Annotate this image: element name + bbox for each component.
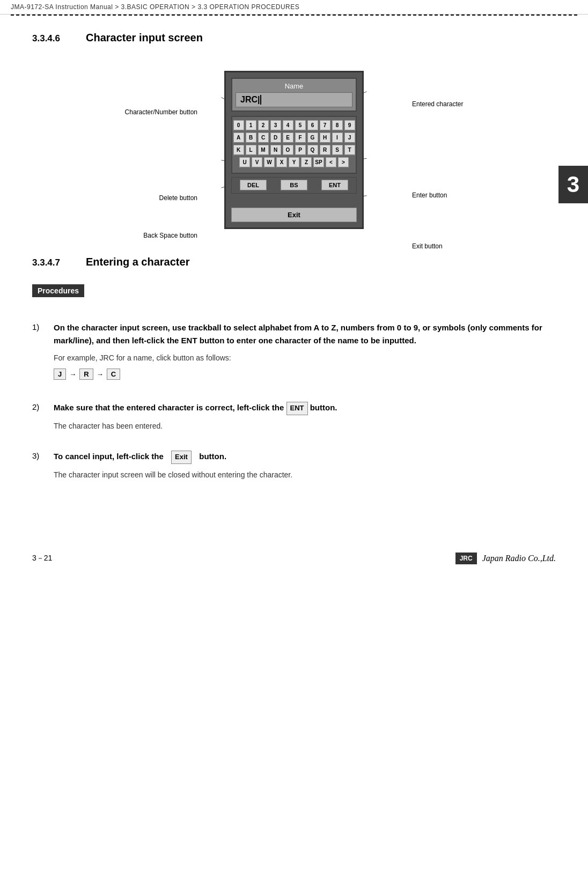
key-h[interactable]: H xyxy=(320,132,330,143)
key-8[interactable]: 8 xyxy=(332,120,343,131)
screen-name-label: Name xyxy=(236,82,352,90)
procedure-1-num: 1) xyxy=(32,321,54,332)
footer-logo: JRC Japan Radio Co.,Ltd. xyxy=(455,553,556,564)
key-v[interactable]: V xyxy=(252,157,262,168)
key-o[interactable]: O xyxy=(283,145,293,156)
key-b[interactable]: B xyxy=(246,132,256,143)
seq-key-j[interactable]: J xyxy=(54,369,66,380)
key-p[interactable]: P xyxy=(295,145,306,156)
cursor xyxy=(260,95,261,105)
key-lt[interactable]: < xyxy=(326,157,336,168)
procedure-3-num: 3) xyxy=(32,450,54,460)
annotation-exit-button: Exit button xyxy=(412,242,482,250)
annotation-char-number: Character/Number button xyxy=(112,108,197,116)
del-button[interactable]: DEL xyxy=(240,180,267,191)
procedure-3-exit-key[interactable]: Exit xyxy=(171,451,192,464)
annotation-entered-char: Entered character xyxy=(412,100,482,108)
action-row: DEL BS ENT xyxy=(231,177,357,194)
procedure-3-text-prefix: To cancel input, left-click the xyxy=(54,452,164,461)
procedure-3-main: To cancel input, left-click the Exit but… xyxy=(54,450,556,464)
diagram-wrapper: Character/Number button Delete button Ba… xyxy=(106,60,482,229)
page-number: 3－21 xyxy=(32,554,52,563)
key-a[interactable]: A xyxy=(233,132,244,143)
key-j[interactable]: J xyxy=(344,132,355,143)
chapter-badge: 3 xyxy=(558,166,588,203)
key-z[interactable]: Z xyxy=(301,157,312,168)
key-x[interactable]: X xyxy=(276,157,287,168)
procedure-1: 1) On the character input screen, use tr… xyxy=(32,321,556,388)
key-7[interactable]: 7 xyxy=(320,120,330,131)
key-4[interactable]: 4 xyxy=(283,120,293,131)
annotation-delete: Delete button xyxy=(112,194,197,202)
procedure-1-sub: For example, JRC for a name, click butto… xyxy=(54,354,556,362)
key-n[interactable]: N xyxy=(270,145,281,156)
key-f[interactable]: F xyxy=(295,132,306,143)
key-sequence: J → R → C xyxy=(54,369,556,380)
procedure-2: 2) Make sure that the entered character … xyxy=(32,401,556,437)
procedure-2-sub: The character has been entered. xyxy=(54,422,556,430)
spacer xyxy=(231,197,357,208)
procedure-2-main: Make sure that the entered character is … xyxy=(54,401,556,415)
screen-area: Name JRC| xyxy=(231,78,357,112)
key-m[interactable]: M xyxy=(258,145,269,156)
key-u[interactable]: U xyxy=(239,157,250,168)
footer: 3－21 JRC Japan Radio Co.,Ltd. xyxy=(0,542,588,575)
key-d[interactable]: D xyxy=(270,132,281,143)
annotation-backspace: Back Space button xyxy=(112,232,197,239)
seq-key-c[interactable]: C xyxy=(107,369,120,380)
key-sp[interactable]: SP xyxy=(313,157,324,168)
bs-button[interactable]: BS xyxy=(281,180,307,191)
key-9[interactable]: 9 xyxy=(344,120,355,131)
key-e[interactable]: E xyxy=(283,132,293,143)
key-t[interactable]: T xyxy=(344,145,355,156)
key-g[interactable]: G xyxy=(307,132,318,143)
section-347-heading: 3.3.4.7 Entering a character xyxy=(32,256,556,268)
procedure-2-body: Make sure that the entered character is … xyxy=(54,401,556,437)
section-346-heading: 3.3.4.6 Character input screen xyxy=(32,32,556,44)
key-gt[interactable]: > xyxy=(338,157,349,168)
procedure-2-num: 2) xyxy=(32,401,54,411)
ent-button[interactable]: ENT xyxy=(321,180,348,191)
procedure-1-main: On the character input screen, use track… xyxy=(54,321,556,347)
key-w[interactable]: W xyxy=(264,157,275,168)
key-i[interactable]: I xyxy=(332,132,343,143)
procedure-3-sub: The character input screen will be close… xyxy=(54,470,556,479)
procedure-3-text-suffix: button. xyxy=(199,452,226,461)
procedure-2-text-prefix: Make sure that the entered character is … xyxy=(54,403,284,412)
key-row-u-z: U V W X Y Z SP < > xyxy=(236,157,352,168)
key-q[interactable]: Q xyxy=(307,145,318,156)
key-row-a-j: A B C D E F G H I J xyxy=(236,132,352,143)
screen-input-row: JRC| xyxy=(236,92,352,107)
section-346-number: 3.3.4.6 xyxy=(32,33,75,44)
breadcrumb: JMA-9172-SA Instruction Manual > 3.BASIC… xyxy=(0,0,588,14)
jrc-badge: JRC xyxy=(455,553,477,564)
section-347-title: Entering a character xyxy=(86,256,189,268)
key-5[interactable]: 5 xyxy=(295,120,306,131)
seq-arrow-2: → xyxy=(97,370,104,378)
diagram-area: Character/Number button Delete button Ba… xyxy=(32,60,556,229)
key-y[interactable]: Y xyxy=(289,157,299,168)
procedures-badge: Procedures xyxy=(32,284,84,297)
key-grid: 0 1 2 3 4 5 6 7 8 9 A B xyxy=(231,116,357,174)
procedure-2-text-suffix: button. xyxy=(310,403,337,412)
key-0[interactable]: 0 xyxy=(233,120,244,131)
annotation-enter-button: Enter button xyxy=(412,192,482,199)
key-k[interactable]: K xyxy=(233,145,244,156)
key-row-k-t: K L M N O P Q R S T xyxy=(236,145,352,156)
company-name: Japan Radio Co.,Ltd. xyxy=(482,554,556,563)
keyboard-mockup: Name JRC| 0 1 2 3 4 5 xyxy=(224,71,364,229)
key-6[interactable]: 6 xyxy=(307,120,318,131)
key-1[interactable]: 1 xyxy=(246,120,256,131)
section-347-number: 3.3.4.7 xyxy=(32,257,75,268)
key-2[interactable]: 2 xyxy=(258,120,269,131)
key-s[interactable]: S xyxy=(332,145,343,156)
procedure-3-body: To cancel input, left-click the Exit but… xyxy=(54,450,556,485)
key-r[interactable]: R xyxy=(320,145,330,156)
key-l[interactable]: L xyxy=(246,145,256,156)
screen-input-text: JRC| xyxy=(240,95,260,105)
exit-button[interactable]: Exit xyxy=(231,208,357,222)
procedure-2-ent-key[interactable]: ENT xyxy=(286,402,308,415)
key-3[interactable]: 3 xyxy=(270,120,281,131)
seq-key-r[interactable]: R xyxy=(79,369,93,380)
key-c[interactable]: C xyxy=(258,132,269,143)
